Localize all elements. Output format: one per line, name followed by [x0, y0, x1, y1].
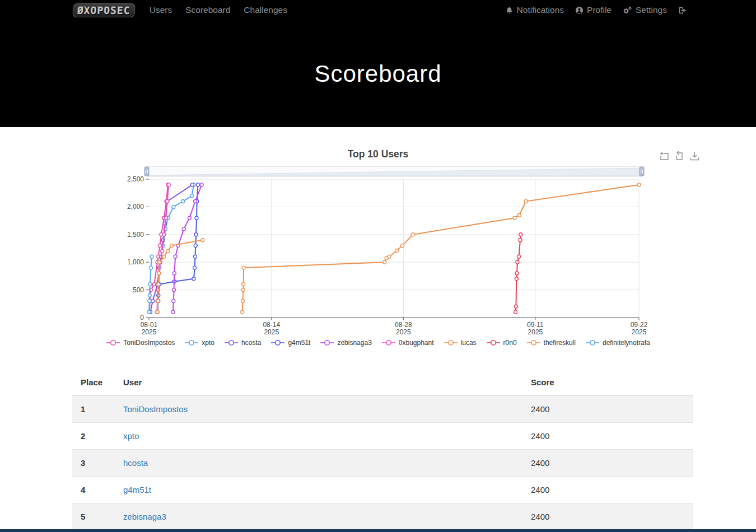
- legend-item-r0n0[interactable]: r0n0: [486, 339, 517, 347]
- table-row: 3hcosta2400: [72, 450, 693, 477]
- user-link-zebisnaga3[interactable]: zebisnaga3: [123, 512, 166, 521]
- user-link-xpto[interactable]: xpto: [123, 431, 139, 441]
- svg-text:09-22: 09-22: [631, 321, 648, 329]
- score-cell: 2400: [522, 450, 693, 477]
- save-image-icon[interactable]: [689, 151, 700, 161]
- header-place: Place: [72, 369, 114, 396]
- svg-text:08-14: 08-14: [263, 321, 280, 329]
- restore-icon[interactable]: [674, 151, 685, 161]
- user-cell: xpto: [114, 423, 522, 450]
- user-cell: zebisnaga3: [114, 503, 522, 530]
- legend-item-zebisnaga3[interactable]: zebisnaga3: [320, 339, 371, 347]
- sign-out-button[interactable]: [678, 6, 687, 15]
- chart-section: Top 10 Users 05001,0001,5002,0002,50008-…: [0, 127, 756, 347]
- site-logo[interactable]: ØXOPOSEC: [72, 3, 135, 17]
- legend-marker-icon: [585, 339, 600, 346]
- legend-label: xpto: [202, 339, 214, 347]
- data-zoom-icon[interactable]: [659, 151, 670, 161]
- header-section: ØXOPOSEC Users Scoreboard Challenges Not…: [0, 0, 756, 127]
- user-link-tonidosimpostos[interactable]: ToniDosImpostos: [123, 404, 188, 414]
- table-row: 2xpto2400: [72, 423, 693, 450]
- scoreboard-table: Place User Score 1ToniDosImpostos24002xp…: [72, 369, 693, 530]
- nav-link-scoreboard[interactable]: Scoreboard: [181, 5, 235, 15]
- nav-link-challenges[interactable]: Challenges: [239, 5, 292, 15]
- place-cell: 5: [72, 503, 114, 530]
- place-cell: 3: [72, 450, 114, 477]
- legend-marker-icon: [486, 339, 501, 346]
- sign-out-icon: [678, 6, 687, 15]
- legend-marker-icon: [444, 339, 458, 346]
- legend-item-xpto[interactable]: xpto: [184, 339, 214, 347]
- data-zoom-handle-right[interactable]: [640, 167, 644, 176]
- notifications-button[interactable]: Notifications: [505, 5, 564, 15]
- table-row: 5zebisnaga32400: [72, 503, 693, 530]
- gears-icon: [623, 6, 632, 15]
- legend-item-lucas[interactable]: lucas: [444, 339, 477, 347]
- table-row: 4g4m51t2400: [72, 477, 693, 503]
- svg-text:2,500: 2,500: [127, 175, 144, 183]
- page-title: Scoreboard: [314, 60, 441, 87]
- header-user: User: [114, 369, 522, 396]
- bell-icon: [505, 6, 514, 15]
- settings-button[interactable]: Settings: [623, 5, 667, 15]
- place-cell: 1: [72, 396, 114, 423]
- user-icon: [575, 6, 584, 15]
- svg-text:2025: 2025: [528, 328, 543, 336]
- legend-marker-icon: [381, 339, 396, 346]
- legend-marker-icon: [224, 339, 239, 346]
- navbar: ØXOPOSEC Users Scoreboard Challenges Not…: [0, 0, 756, 20]
- svg-text:08-28: 08-28: [395, 321, 412, 329]
- svg-text:2,000: 2,000: [127, 203, 144, 211]
- legend-item-thefireskull[interactable]: thefireskull: [526, 339, 576, 347]
- legend-label: r0n0: [503, 339, 517, 347]
- legend-marker-icon: [270, 339, 285, 346]
- table-header-row: Place User Score: [72, 369, 693, 396]
- legend-item-0xbugphant[interactable]: 0xbugphant: [381, 339, 434, 347]
- svg-text:08-01: 08-01: [141, 321, 158, 329]
- score-cell: 2400: [522, 396, 693, 423]
- header-score: Score: [522, 369, 693, 396]
- svg-text:1,000: 1,000: [127, 258, 144, 266]
- data-zoom-handle-left[interactable]: [144, 167, 149, 176]
- legend-label: definitelynotrafa: [603, 339, 650, 347]
- user-link-g4m51t[interactable]: g4m51t: [123, 485, 151, 494]
- user-cell: ToniDosImpostos: [114, 396, 522, 423]
- score-cell: 2400: [522, 423, 693, 450]
- legend-label: g4m51t: [288, 339, 310, 347]
- nav-right: Notifications Profile Settings: [505, 5, 687, 15]
- user-link-hcosta[interactable]: hcosta: [123, 458, 148, 468]
- legend-item-definitelynotrafa[interactable]: definitelynotrafa: [585, 339, 650, 347]
- table-row: 1ToniDosImpostos2400: [72, 396, 693, 423]
- legend-item-hcosta[interactable]: hcosta: [224, 339, 261, 347]
- legend-marker-icon: [526, 339, 541, 346]
- profile-button[interactable]: Profile: [575, 5, 612, 15]
- svg-text:2025: 2025: [142, 328, 157, 336]
- nav-link-users[interactable]: Users: [145, 5, 176, 15]
- svg-text:500: 500: [133, 286, 144, 294]
- legend-label: 0xbugphant: [399, 339, 434, 347]
- score-cell: 2400: [522, 503, 693, 530]
- score-cell: 2400: [522, 477, 693, 503]
- legend-item-tonidosimpostos[interactable]: ToniDosImpostos: [106, 339, 175, 347]
- scoreboard-chart: 05001,0001,5002,0002,50008-01202508-1420…: [101, 162, 661, 337]
- legend-item-g4m51t[interactable]: g4m51t: [270, 339, 310, 347]
- nav-links: Users Scoreboard Challenges: [143, 5, 294, 15]
- legend-label: hcosta: [241, 339, 261, 347]
- legend-marker-icon: [184, 339, 199, 346]
- svg-text:0: 0: [140, 314, 144, 321]
- legend-marker-icon: [106, 339, 120, 346]
- hero: Scoreboard: [0, 20, 756, 127]
- legend-label: lucas: [461, 339, 477, 347]
- legend-label: ToniDosImpostos: [123, 339, 175, 347]
- svg-text:2025: 2025: [264, 328, 279, 336]
- chart-toolbox: [659, 151, 700, 161]
- chart-legend: ToniDosImpostosxptohcostag4m51tzebisnaga…: [0, 339, 756, 347]
- svg-text:2025: 2025: [396, 328, 411, 336]
- svg-text:09-11: 09-11: [527, 321, 544, 329]
- footer-bar: [0, 529, 756, 532]
- place-cell: 4: [72, 477, 114, 503]
- place-cell: 2: [72, 423, 114, 450]
- svg-text:2025: 2025: [632, 328, 647, 336]
- svg-text:1,500: 1,500: [127, 231, 144, 239]
- legend-label: zebisnaga3: [337, 339, 371, 347]
